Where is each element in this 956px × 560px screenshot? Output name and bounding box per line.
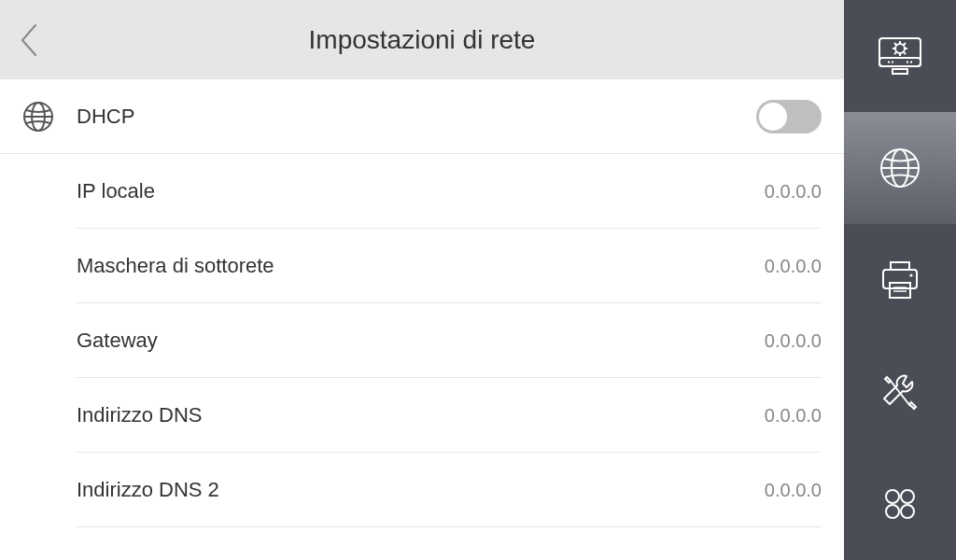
svg-line-13	[894, 52, 896, 54]
monitor-gear-icon	[877, 35, 923, 77]
sidebar	[844, 0, 956, 560]
row-value: 0.0.0.0	[765, 256, 822, 277]
apps-icon	[881, 485, 919, 523]
row-dns2[interactable]: Indirizzo DNS 2 0.0.0.0	[0, 453, 844, 527]
svg-rect-22	[890, 283, 910, 298]
svg-point-5	[895, 44, 905, 53]
row-label: Indirizzo DNS 2	[77, 478, 765, 502]
svg-point-28	[901, 490, 914, 503]
globe-icon	[22, 101, 54, 133]
sidebar-item-printer[interactable]	[844, 224, 956, 336]
sidebar-item-network[interactable]	[844, 112, 956, 224]
row-value: 0.0.0.0	[765, 330, 822, 352]
svg-line-10	[894, 43, 896, 45]
svg-line-12	[904, 43, 906, 45]
svg-point-27	[886, 490, 899, 503]
dhcp-toggle[interactable]	[756, 100, 822, 133]
header: Impostazioni di rete	[0, 0, 844, 79]
row-dns[interactable]: Indirizzo DNS 0.0.0.0	[0, 378, 844, 453]
row-subnet-mask[interactable]: Maschera di sottorete 0.0.0.0	[0, 229, 844, 303]
dhcp-row: DHCP	[0, 79, 844, 154]
svg-rect-21	[883, 270, 917, 288]
row-label: Maschera di sottorete	[77, 254, 765, 278]
printer-icon	[879, 259, 921, 301]
sidebar-item-tools[interactable]	[844, 336, 956, 448]
row-value: 0.0.0.0	[765, 181, 822, 203]
sidebar-item-system[interactable]	[844, 0, 956, 112]
dhcp-label: DHCP	[77, 105, 756, 129]
tools-icon	[879, 371, 921, 413]
back-button[interactable]	[19, 0, 39, 79]
row-value: 0.0.0.0	[765, 480, 822, 501]
main-panel: Impostazioni di rete DHCP IP locale	[0, 0, 844, 560]
row-gateway[interactable]: Gateway 0.0.0.0	[0, 303, 844, 378]
row-ip-locale[interactable]: IP locale 0.0.0.0	[0, 154, 844, 229]
svg-point-25	[909, 273, 912, 276]
row-label: Indirizzo DNS	[77, 403, 765, 427]
settings-list: DHCP IP locale 0.0.0.0 Maschera di sotto…	[0, 79, 844, 560]
svg-line-11	[904, 52, 906, 54]
sidebar-item-apps[interactable]	[844, 448, 956, 560]
chevron-left-icon	[19, 21, 39, 59]
svg-rect-20	[891, 262, 909, 270]
svg-rect-4	[879, 58, 921, 66]
row-value: 0.0.0.0	[765, 405, 822, 427]
globe-icon	[879, 147, 921, 189]
svg-point-29	[886, 505, 899, 518]
row-label: Gateway	[77, 329, 765, 353]
svg-rect-16	[893, 69, 907, 74]
svg-point-30	[901, 505, 914, 518]
row-label: IP locale	[77, 179, 765, 203]
page-title: Impostazioni di rete	[0, 25, 844, 55]
